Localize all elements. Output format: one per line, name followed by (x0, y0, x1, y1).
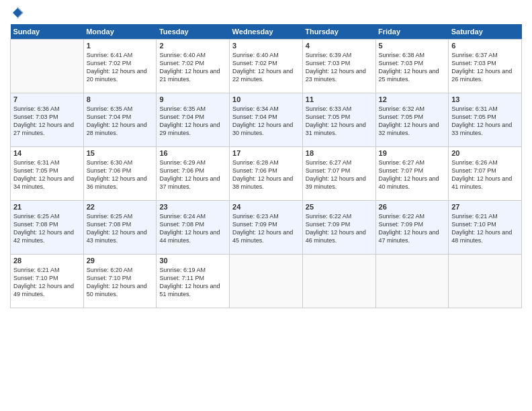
day-number: 2 (159, 42, 226, 50)
day-info: Sunrise: 6:40 AMSunset: 7:02 PMDaylight:… (232, 51, 300, 84)
day-cell: 11Sunrise: 6:33 AMSunset: 7:05 PMDayligh… (302, 93, 375, 147)
day-info: Sunrise: 6:31 AMSunset: 7:05 PMDaylight:… (13, 158, 81, 191)
day-cell: 23Sunrise: 6:24 AMSunset: 7:08 PMDayligh… (157, 201, 230, 255)
day-info: Sunrise: 6:25 AMSunset: 7:08 PMDaylight:… (87, 212, 154, 245)
logo-icon (11, 7, 24, 19)
day-number: 28 (13, 257, 81, 265)
day-cell: 16Sunrise: 6:29 AMSunset: 7:06 PMDayligh… (157, 147, 230, 201)
day-number: 21 (13, 203, 81, 211)
day-cell: 12Sunrise: 6:32 AMSunset: 7:05 PMDayligh… (375, 93, 449, 147)
day-cell: 3Sunrise: 6:40 AMSunset: 7:02 PMDaylight… (230, 40, 303, 93)
day-info: Sunrise: 6:30 AMSunset: 7:06 PMDaylight:… (87, 158, 154, 191)
day-cell: 1Sunrise: 6:41 AMSunset: 7:02 PMDaylight… (83, 40, 157, 93)
day-info: Sunrise: 6:35 AMSunset: 7:04 PMDaylight:… (159, 105, 226, 138)
day-info: Sunrise: 6:20 AMSunset: 7:10 PMDaylight:… (87, 266, 154, 299)
header-cell-monday: Monday (83, 24, 157, 40)
day-number: 7 (13, 95, 81, 103)
day-number: 22 (87, 203, 154, 211)
day-info: Sunrise: 6:25 AMSunset: 7:08 PMDaylight:… (13, 212, 81, 245)
header (10, 7, 522, 19)
day-info: Sunrise: 6:21 AMSunset: 7:10 PMDaylight:… (13, 266, 81, 299)
day-number: 14 (13, 149, 81, 157)
day-info: Sunrise: 6:34 AMSunset: 7:04 PMDaylight:… (232, 105, 300, 138)
day-cell: 18Sunrise: 6:27 AMSunset: 7:07 PMDayligh… (302, 147, 375, 201)
day-info: Sunrise: 6:27 AMSunset: 7:07 PMDaylight:… (379, 158, 446, 191)
day-number: 10 (232, 95, 300, 103)
header-cell-wednesday: Wednesday (230, 24, 303, 40)
day-cell: 24Sunrise: 6:23 AMSunset: 7:09 PMDayligh… (230, 201, 303, 255)
header-row: SundayMondayTuesdayWednesdayThursdayFrid… (11, 24, 522, 40)
week-row-3: 14Sunrise: 6:31 AMSunset: 7:05 PMDayligh… (11, 147, 522, 201)
day-cell: 27Sunrise: 6:21 AMSunset: 7:10 PMDayligh… (449, 201, 522, 255)
day-number: 4 (306, 42, 373, 50)
day-info: Sunrise: 6:22 AMSunset: 7:09 PMDaylight:… (306, 212, 373, 245)
day-number: 26 (379, 203, 446, 211)
day-info: Sunrise: 6:32 AMSunset: 7:05 PMDaylight:… (379, 105, 446, 138)
day-cell: 22Sunrise: 6:25 AMSunset: 7:08 PMDayligh… (83, 201, 157, 255)
day-cell: 2Sunrise: 6:40 AMSunset: 7:02 PMDaylight… (157, 40, 230, 93)
day-info: Sunrise: 6:35 AMSunset: 7:04 PMDaylight:… (87, 105, 154, 138)
day-info: Sunrise: 6:39 AMSunset: 7:03 PMDaylight:… (306, 51, 373, 84)
week-row-2: 7Sunrise: 6:36 AMSunset: 7:03 PMDaylight… (11, 93, 522, 147)
day-number: 24 (232, 203, 300, 211)
day-cell: 20Sunrise: 6:26 AMSunset: 7:07 PMDayligh… (449, 147, 522, 201)
day-cell: 10Sunrise: 6:34 AMSunset: 7:04 PMDayligh… (230, 93, 303, 147)
header-cell-tuesday: Tuesday (157, 24, 230, 40)
day-number: 13 (451, 95, 519, 103)
day-cell: 6Sunrise: 6:37 AMSunset: 7:03 PMDaylight… (449, 40, 522, 93)
day-number: 16 (159, 149, 226, 157)
day-number: 20 (451, 149, 519, 157)
week-row-4: 21Sunrise: 6:25 AMSunset: 7:08 PMDayligh… (11, 201, 522, 255)
day-number: 6 (451, 42, 519, 50)
calendar-table: SundayMondayTuesdayWednesdayThursdayFrid… (10, 24, 522, 308)
day-cell: 4Sunrise: 6:39 AMSunset: 7:03 PMDaylight… (302, 40, 375, 93)
day-info: Sunrise: 6:19 AMSunset: 7:11 PMDaylight:… (159, 266, 226, 299)
day-info: Sunrise: 6:33 AMSunset: 7:05 PMDaylight:… (306, 105, 373, 138)
day-info: Sunrise: 6:37 AMSunset: 7:03 PMDaylight:… (451, 51, 519, 84)
day-cell (11, 40, 84, 93)
day-info: Sunrise: 6:27 AMSunset: 7:07 PMDaylight:… (306, 158, 373, 191)
day-info: Sunrise: 6:23 AMSunset: 7:09 PMDaylight:… (232, 212, 300, 245)
logo (10, 7, 24, 19)
day-number: 11 (306, 95, 373, 103)
day-info: Sunrise: 6:41 AMSunset: 7:02 PMDaylight:… (87, 51, 154, 84)
day-number: 8 (87, 95, 154, 103)
day-number: 23 (159, 203, 226, 211)
header-cell-thursday: Thursday (302, 24, 375, 40)
day-cell: 30Sunrise: 6:19 AMSunset: 7:11 PMDayligh… (157, 255, 230, 308)
day-number: 17 (232, 149, 300, 157)
day-info: Sunrise: 6:26 AMSunset: 7:07 PMDaylight:… (451, 158, 519, 191)
day-number: 19 (379, 149, 446, 157)
day-cell (375, 255, 449, 308)
day-info: Sunrise: 6:28 AMSunset: 7:06 PMDaylight:… (232, 158, 300, 191)
day-number: 25 (306, 203, 373, 211)
day-cell: 7Sunrise: 6:36 AMSunset: 7:03 PMDaylight… (11, 93, 84, 147)
day-cell: 29Sunrise: 6:20 AMSunset: 7:10 PMDayligh… (83, 255, 157, 308)
day-info: Sunrise: 6:38 AMSunset: 7:03 PMDaylight:… (379, 51, 446, 84)
day-info: Sunrise: 6:24 AMSunset: 7:08 PMDaylight:… (159, 212, 226, 245)
day-number: 3 (232, 42, 300, 50)
day-cell: 28Sunrise: 6:21 AMSunset: 7:10 PMDayligh… (11, 255, 84, 308)
day-cell (449, 255, 522, 308)
header-cell-friday: Friday (375, 24, 449, 40)
page: SundayMondayTuesdayWednesdayThursdayFrid… (0, 0, 532, 411)
day-info: Sunrise: 6:21 AMSunset: 7:10 PMDaylight:… (451, 212, 519, 245)
day-number: 18 (306, 149, 373, 157)
day-cell: 19Sunrise: 6:27 AMSunset: 7:07 PMDayligh… (375, 147, 449, 201)
day-number: 1 (87, 42, 154, 50)
day-number: 9 (159, 95, 226, 103)
day-cell: 26Sunrise: 6:22 AMSunset: 7:09 PMDayligh… (375, 201, 449, 255)
day-info: Sunrise: 6:22 AMSunset: 7:09 PMDaylight:… (379, 212, 446, 245)
day-cell: 9Sunrise: 6:35 AMSunset: 7:04 PMDaylight… (157, 93, 230, 147)
day-info: Sunrise: 6:40 AMSunset: 7:02 PMDaylight:… (159, 51, 226, 84)
day-cell: 14Sunrise: 6:31 AMSunset: 7:05 PMDayligh… (11, 147, 84, 201)
day-info: Sunrise: 6:31 AMSunset: 7:05 PMDaylight:… (451, 105, 519, 138)
day-cell (230, 255, 303, 308)
day-info: Sunrise: 6:36 AMSunset: 7:03 PMDaylight:… (13, 105, 81, 138)
day-number: 15 (87, 149, 154, 157)
header-cell-saturday: Saturday (449, 24, 522, 40)
day-number: 12 (379, 95, 446, 103)
day-cell: 15Sunrise: 6:30 AMSunset: 7:06 PMDayligh… (83, 147, 157, 201)
day-cell: 8Sunrise: 6:35 AMSunset: 7:04 PMDaylight… (83, 93, 157, 147)
header-cell-sunday: Sunday (11, 24, 84, 40)
